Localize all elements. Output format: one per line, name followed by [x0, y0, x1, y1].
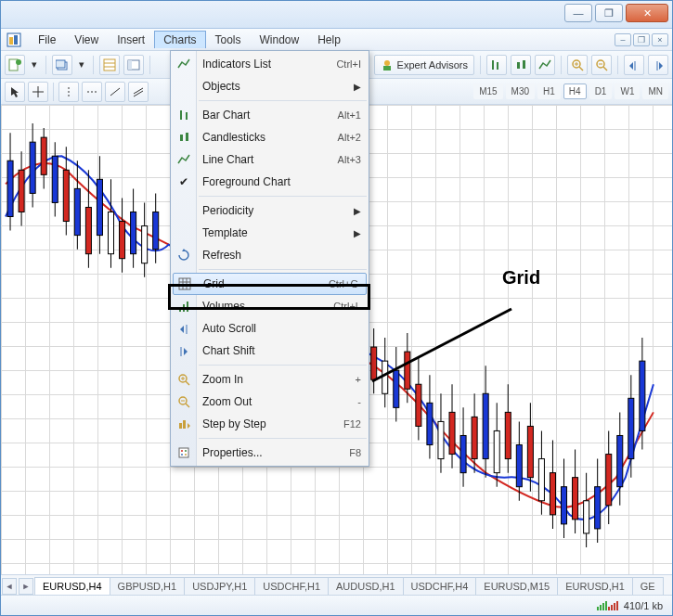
- menu-window[interactable]: Window: [251, 31, 309, 49]
- connection-signal-icon: [597, 601, 618, 610]
- candle-chart-button[interactable]: [511, 55, 531, 75]
- menu-item-chart-shift[interactable]: Chart Shift: [171, 340, 369, 362]
- menu-tools[interactable]: Tools: [206, 31, 251, 49]
- tab-audusd-h1[interactable]: AUDUSD,H1: [328, 577, 404, 595]
- mdi-close[interactable]: ×: [652, 33, 668, 46]
- dropdown-arrow-icon[interactable]: ▾: [76, 55, 87, 75]
- tf-mn[interactable]: MN: [642, 83, 668, 99]
- crosshair-button[interactable]: [28, 82, 48, 102]
- vline-button[interactable]: [58, 82, 79, 102]
- svg-line-33: [134, 91, 143, 96]
- trendline-button[interactable]: [105, 82, 125, 102]
- svg-rect-49: [85, 207, 91, 253]
- tab-gbpusd-h1[interactable]: GBPUSD,H1: [110, 577, 186, 595]
- title-bar: — ❐ ✕: [1, 1, 672, 29]
- svg-point-138: [185, 450, 187, 452]
- zoom-in-button[interactable]: [567, 55, 588, 75]
- mdi-restore[interactable]: ❐: [633, 33, 650, 46]
- tf-m15[interactable]: M15: [473, 83, 502, 99]
- svg-line-19: [579, 67, 583, 71]
- chart-tabs: ◄ ► EURUSD,H4 GBPUSD,H1 USDJPY,H1 USDCHF…: [1, 574, 672, 595]
- zoom-out-button[interactable]: [591, 55, 612, 75]
- menu-item-zoom-in[interactable]: Zoom In+: [171, 368, 369, 391]
- cursor-button[interactable]: [5, 82, 25, 102]
- svg-rect-101: [584, 501, 589, 533]
- menu-item-indicators[interactable]: Indicators ListCtrl+I: [171, 53, 369, 75]
- menu-item-step[interactable]: Step by StepF12: [171, 413, 369, 435]
- new-chart-button[interactable]: [5, 55, 25, 75]
- tab-eurusd-h1[interactable]: EURUSD,H1: [557, 577, 633, 595]
- svg-rect-55: [120, 222, 125, 259]
- market-watch-button[interactable]: [99, 55, 120, 75]
- bar-chart-button[interactable]: [486, 55, 507, 75]
- tab-usdjpy-h1[interactable]: USDJPY,H1: [184, 577, 255, 595]
- minimize-button[interactable]: —: [564, 4, 592, 22]
- svg-line-31: [110, 88, 120, 96]
- menu-item-grid[interactable]: GridCtrl+G: [173, 273, 367, 295]
- zoom-in-icon: [175, 370, 193, 389]
- mdi-minimize[interactable]: –: [615, 33, 631, 46]
- maximize-button[interactable]: ❐: [595, 4, 623, 22]
- line-chart-button[interactable]: [535, 55, 555, 75]
- charts-menu-dropdown: Indicators ListCtrl+I Objects▶ Bar Chart…: [170, 50, 369, 467]
- menu-item-refresh[interactable]: Refresh: [171, 244, 369, 266]
- menu-item-candlesticks[interactable]: CandlesticksAlt+2: [171, 126, 369, 148]
- svg-rect-63: [371, 347, 377, 379]
- menu-insert[interactable]: Insert: [108, 31, 154, 49]
- svg-line-132: [186, 404, 189, 407]
- profiles-button[interactable]: [52, 55, 72, 75]
- menu-charts[interactable]: Charts: [154, 31, 205, 48]
- grid-icon: [175, 275, 194, 293]
- tab-usdchf-h1[interactable]: USDCHF,H1: [254, 577, 329, 595]
- menu-view[interactable]: View: [65, 31, 108, 49]
- tab-eurusd-m15[interactable]: EURUSD,M15: [475, 577, 558, 595]
- menu-item-properties[interactable]: Properties...F8: [171, 442, 369, 464]
- menu-item-bar-chart[interactable]: Bar ChartAlt+1: [171, 104, 369, 126]
- tab-usdchf-h4[interactable]: USDCHF,H4: [403, 577, 477, 595]
- svg-rect-17: [523, 60, 525, 69]
- zoom-out-icon: [175, 392, 193, 411]
- expert-advisors-button[interactable]: Expert Advisors: [374, 55, 474, 75]
- check-icon: ✔: [175, 173, 193, 191]
- menu-item-foreground[interactable]: ✔Foreground Chart: [171, 171, 369, 193]
- svg-rect-65: [382, 361, 388, 393]
- menu-item-template[interactable]: Template▶: [171, 222, 369, 244]
- svg-rect-115: [180, 135, 183, 141]
- menu-item-zoom-out[interactable]: Zoom Out-: [171, 391, 369, 413]
- svg-rect-11: [128, 60, 132, 70]
- menu-help[interactable]: Help: [308, 31, 350, 49]
- svg-rect-45: [63, 170, 69, 221]
- channel-button[interactable]: [128, 82, 149, 102]
- expert-advisors-label: Expert Advisors: [397, 59, 468, 71]
- svg-rect-81: [472, 417, 477, 458]
- menu-item-autoscroll[interactable]: Auto Scroll: [171, 317, 369, 340]
- tab-scroll-right[interactable]: ►: [19, 578, 33, 595]
- close-button[interactable]: ✕: [626, 4, 668, 22]
- menu-item-periodicity[interactable]: Periodicity▶: [171, 199, 369, 222]
- menu-file[interactable]: File: [29, 31, 65, 49]
- line-chart-icon: [175, 150, 193, 169]
- navigator-button[interactable]: [123, 55, 144, 75]
- tf-d1[interactable]: D1: [589, 83, 613, 99]
- svg-rect-83: [483, 393, 488, 458]
- svg-line-128: [186, 381, 189, 385]
- svg-rect-111: [640, 361, 645, 430]
- tf-m30[interactable]: M30: [506, 83, 535, 99]
- chart-shift-button[interactable]: [648, 55, 668, 75]
- svg-rect-37: [19, 170, 24, 212]
- dropdown-arrow-icon[interactable]: ▾: [29, 55, 40, 75]
- tf-h4[interactable]: H4: [563, 83, 587, 99]
- svg-line-32: [134, 88, 143, 94]
- tab-eurusd-h4[interactable]: EURUSD,H4: [34, 577, 110, 595]
- menu-item-volumes[interactable]: VolumesCtrl+L: [171, 295, 369, 317]
- tab-ge[interactable]: GE: [632, 577, 664, 595]
- auto-scroll-button[interactable]: [624, 55, 644, 75]
- menu-item-objects[interactable]: Objects▶: [171, 75, 369, 97]
- tf-h1[interactable]: H1: [537, 83, 561, 99]
- tab-scroll-left[interactable]: ◄: [2, 578, 17, 595]
- hline-button[interactable]: [82, 82, 102, 102]
- tf-w1[interactable]: W1: [615, 83, 640, 99]
- svg-rect-1: [9, 37, 13, 45]
- menu-item-line-chart[interactable]: Line ChartAlt+3: [171, 148, 369, 171]
- svg-rect-2: [14, 35, 18, 45]
